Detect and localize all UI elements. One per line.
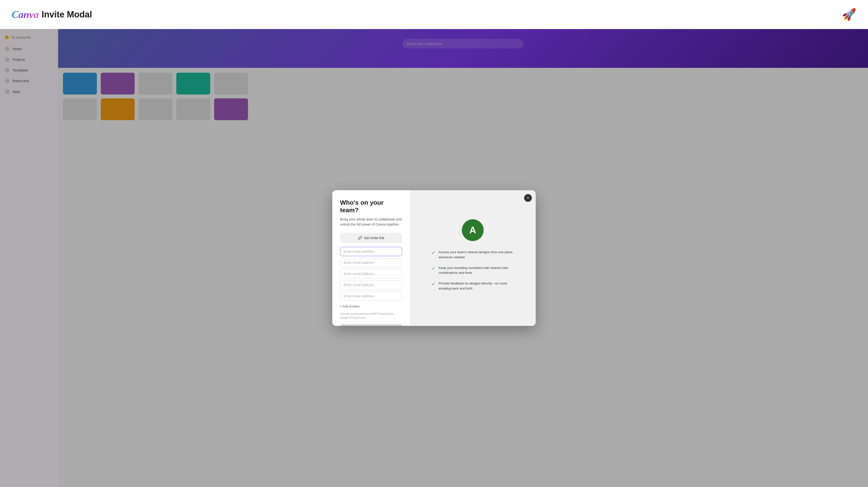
avatar: A	[462, 219, 484, 241]
top-header: Canva Invite Modal 🚀	[0, 0, 868, 29]
recaptcha-note: This site is protected by reCAPTCHA and …	[340, 312, 402, 319]
feature-text-2: Keep your branding consistent with share…	[439, 266, 514, 275]
canva-logo: Canva	[11, 9, 39, 20]
check-icon-3: ✓	[432, 281, 435, 286]
email-input-5[interactable]	[340, 292, 402, 301]
invite-link-label: Get invite link	[364, 236, 384, 240]
email-input-2[interactable]	[340, 258, 402, 267]
invite-modal: × Who's on your team? Bring your whole t…	[332, 190, 536, 326]
check-icon-2: ✓	[432, 266, 435, 271]
modal-right-panel: A ✓ Access your team's shared designs fr…	[410, 190, 536, 326]
modal-title: Who's on your team?	[340, 199, 402, 214]
send-invitations-button[interactable]: Send invitations	[340, 325, 402, 326]
header-title-text: Invite Modal	[42, 9, 92, 20]
feature-text-3: Provide feedback on designs directly—no …	[439, 281, 514, 291]
background-content: Try Canva Pro Home Projects › Templates …	[0, 29, 868, 487]
email-input-3[interactable]	[340, 269, 402, 278]
feature-item-3: ✓ Provide feedback on designs directly—n…	[432, 281, 514, 291]
modal-close-button[interactable]: ×	[524, 194, 532, 202]
feature-list: ✓ Access your team's shared designs from…	[432, 250, 514, 297]
email-input-1[interactable]	[340, 247, 402, 256]
email-input-4[interactable]	[340, 280, 402, 290]
modal-subtitle: Bring your whole team to collaborate and…	[340, 217, 402, 227]
feature-item-1: ✓ Access your team's shared designs from…	[432, 250, 514, 260]
add-another-link[interactable]: + Add another	[340, 305, 360, 308]
feature-item-2: ✓ Keep your branding consistent with sha…	[432, 266, 514, 275]
modal-left-panel: Who's on your team? Bring your whole tea…	[332, 190, 410, 326]
link-icon	[358, 236, 362, 240]
header-title-group: Canva Invite Modal	[11, 9, 92, 20]
feature-text-1: Access your team's shared designs from o…	[439, 250, 514, 260]
check-icon-1: ✓	[432, 250, 435, 255]
rocket-icon: 🚀	[842, 8, 857, 21]
modal-backdrop: × Who's on your team? Bring your whole t…	[0, 29, 868, 487]
get-invite-link-button[interactable]: Get invite link	[340, 233, 402, 243]
